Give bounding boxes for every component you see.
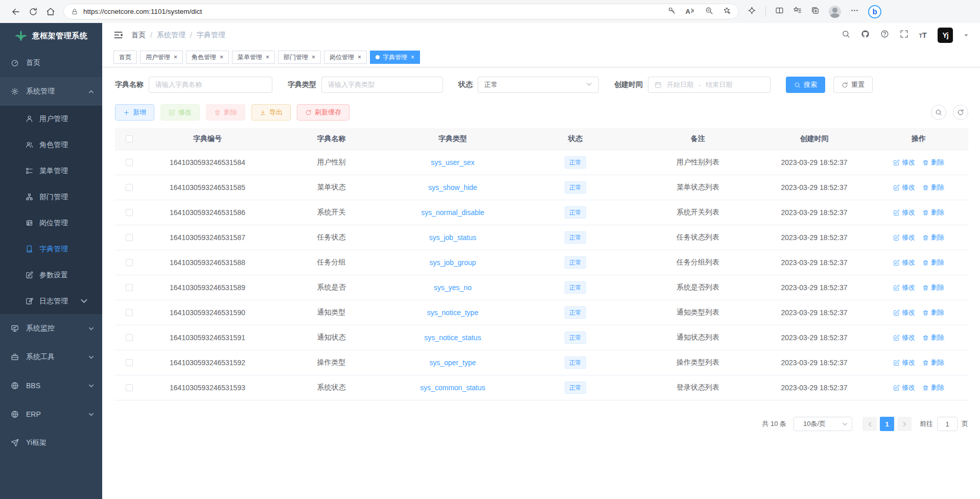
row-checkbox[interactable] (126, 184, 133, 191)
sidebar-item-tools[interactable]: 系统工具 (0, 343, 102, 371)
date-end-input[interactable]: 结束日期 (706, 80, 732, 89)
help-icon[interactable] (880, 30, 889, 40)
next-page-button[interactable] (897, 417, 912, 431)
row-checkbox[interactable] (126, 284, 133, 291)
dict-type-link[interactable]: sys_oper_type (429, 359, 476, 367)
row-checkbox[interactable] (126, 234, 133, 241)
delete-button[interactable]: 删除 (206, 104, 245, 121)
dict-type-link[interactable]: sys_yes_no (434, 283, 472, 292)
row-delete-link[interactable]: 删除 (922, 183, 944, 192)
dict-type-link[interactable]: sys_common_status (420, 384, 485, 392)
refresh-cache-button[interactable]: 刷新缓存 (297, 104, 349, 121)
row-checkbox[interactable] (126, 359, 133, 366)
zoom-out-icon[interactable] (705, 7, 713, 17)
browser-essentials-icon[interactable] (748, 6, 756, 17)
goto-page-input[interactable]: 1 (937, 417, 958, 431)
row-checkbox[interactable] (126, 209, 133, 216)
collections-icon[interactable] (811, 6, 820, 17)
search-button[interactable]: 搜索 (786, 77, 825, 93)
dict-type-link[interactable]: sys_job_group (429, 258, 476, 267)
row-edit-link[interactable]: 修改 (893, 308, 915, 317)
browser-back-button[interactable] (7, 3, 25, 20)
row-checkbox[interactable] (126, 159, 133, 166)
url-text[interactable]: https://ccnetcore.com:1101/system/dict (83, 8, 668, 15)
page-size-select[interactable]: 10条/页 (794, 417, 852, 431)
sidebar-item-monitor[interactable]: 系统监控 (0, 314, 102, 343)
breadcrumb-home[interactable]: 首页 (131, 31, 146, 40)
dict-type-link[interactable]: sys_normal_disable (421, 208, 484, 217)
tab-close-icon[interactable]: × (358, 54, 361, 60)
tab-menu-mgmt[interactable]: 菜单管理× (232, 51, 275, 64)
password-key-icon[interactable] (668, 7, 676, 17)
row-checkbox[interactable] (126, 334, 133, 341)
export-button[interactable]: 导出 (251, 104, 291, 121)
split-screen-icon[interactable] (775, 6, 784, 17)
sidebar-collapse-button[interactable] (113, 30, 123, 40)
sidebar-item-yi-framework[interactable]: Yi框架 (0, 429, 102, 457)
prev-page-button[interactable] (862, 417, 877, 431)
row-edit-link[interactable]: 修改 (893, 183, 915, 192)
row-edit-link[interactable]: 修改 (893, 358, 915, 367)
select-all-checkbox[interactable] (126, 135, 133, 142)
fullscreen-icon[interactable] (900, 30, 908, 40)
row-edit-link[interactable]: 修改 (893, 383, 915, 392)
status-select[interactable]: 正常 (478, 77, 599, 93)
dict-type-link[interactable]: sys_notice_status (424, 334, 481, 342)
tab-close-icon[interactable]: × (411, 54, 414, 60)
sidebar-item-menu-mgmt[interactable]: 菜单管理 (0, 158, 102, 184)
tab-close-icon[interactable]: × (220, 54, 223, 60)
sidebar-item-user-mgmt[interactable]: 用户管理 (0, 106, 102, 132)
dict-type-link[interactable]: sys_user_sex (431, 158, 475, 167)
sidebar-item-role-mgmt[interactable]: 角色管理 (0, 132, 102, 158)
address-bar[interactable]: https://ccnetcore.com:1101/system/dict A (63, 4, 739, 19)
sidebar-item-system[interactable]: 系统管理 (0, 77, 102, 106)
dict-type-link[interactable]: sys_show_hide (428, 183, 477, 192)
read-aloud-icon[interactable]: A (686, 8, 695, 15)
sidebar-item-dict-mgmt[interactable]: 字典管理 (0, 236, 102, 262)
date-start-input[interactable]: 开始日期 (667, 80, 693, 89)
sidebar-item-home[interactable]: 首页 (0, 49, 102, 77)
dict-type-link[interactable]: sys_job_status (429, 233, 477, 242)
sidebar-item-dept-mgmt[interactable]: 部门管理 (0, 184, 102, 210)
sidebar-item-erp[interactable]: ERP (0, 400, 102, 429)
add-favorite-star-icon[interactable] (723, 7, 731, 17)
tab-user-mgmt[interactable]: 用户管理× (140, 51, 183, 64)
row-checkbox[interactable] (126, 259, 133, 266)
github-icon[interactable] (861, 30, 870, 40)
tab-close-icon[interactable]: × (266, 54, 269, 60)
row-edit-link[interactable]: 修改 (893, 158, 915, 167)
browser-refresh-button[interactable] (25, 3, 42, 20)
row-checkbox[interactable] (126, 309, 133, 316)
tab-dict-mgmt[interactable]: 字典管理× (370, 51, 420, 64)
tab-close-icon[interactable]: × (312, 54, 315, 60)
row-edit-link[interactable]: 修改 (893, 208, 915, 217)
row-delete-link[interactable]: 删除 (922, 233, 944, 242)
font-size-icon[interactable]: TT (919, 31, 927, 39)
browser-menu-icon[interactable] (850, 6, 859, 17)
row-delete-link[interactable]: 删除 (922, 283, 944, 292)
profile-avatar[interactable] (829, 6, 841, 18)
edit-button[interactable]: 修改 (160, 104, 200, 121)
row-delete-link[interactable]: 删除 (922, 258, 944, 267)
user-menu-caret-icon[interactable] (964, 31, 969, 40)
show-search-toggle-button[interactable] (931, 105, 946, 120)
row-delete-link[interactable]: 删除 (922, 208, 944, 217)
reset-button[interactable]: 重置 (833, 77, 873, 93)
tab-role-mgmt[interactable]: 角色管理× (186, 51, 229, 64)
dict-type-link[interactable]: sys_notice_type (427, 308, 478, 317)
dict-name-input[interactable]: 请输入字典名称 (149, 77, 272, 93)
tab-post-mgmt[interactable]: 岗位管理× (324, 51, 367, 64)
sidebar-item-bbs[interactable]: BBS (0, 371, 102, 400)
sidebar-item-log-mgmt[interactable]: 日志管理 (0, 288, 102, 314)
row-delete-link[interactable]: 删除 (922, 333, 944, 342)
page-1-button[interactable]: 1 (880, 417, 894, 431)
add-button[interactable]: 新增 (115, 104, 154, 121)
refresh-table-button[interactable] (953, 105, 968, 120)
dict-type-input[interactable]: 请输入字典类型 (321, 77, 443, 93)
row-edit-link[interactable]: 修改 (893, 283, 915, 292)
row-edit-link[interactable]: 修改 (893, 233, 915, 242)
tab-home[interactable]: 首页 (113, 51, 137, 64)
sidebar-item-post-mgmt[interactable]: 岗位管理 (0, 210, 102, 236)
date-range-input[interactable]: 开始日期 - 结束日期 (648, 77, 771, 93)
row-delete-link[interactable]: 删除 (922, 383, 944, 392)
